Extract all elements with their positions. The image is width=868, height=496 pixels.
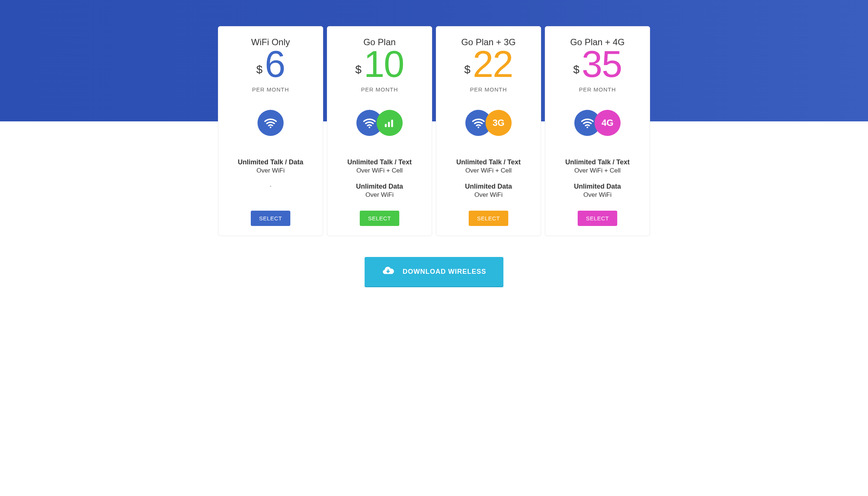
svg-point-1 <box>369 127 370 128</box>
plan-features: Unlimited Talk / Text Over WiFi + Cell U… <box>456 158 521 203</box>
feature-1-title: Unlimited Talk / Text <box>565 158 630 166</box>
plan-card-go-4g: Go Plan + 4G $ 35 PER MONTH 4G Unlimited… <box>545 26 650 236</box>
price-amount: 35 <box>582 45 622 83</box>
pricing-cards-row: WiFi Only $ 6 PER MONTH Unlimited Talk /… <box>0 0 868 236</box>
plan-card-go-3g: Go Plan + 3G $ 22 PER MONTH 3G Unlimited… <box>436 26 541 236</box>
svg-point-6 <box>587 127 588 128</box>
currency-sign: $ <box>256 64 263 75</box>
feature-1-sub: Over WiFi + Cell <box>347 167 412 174</box>
price-row: $ 22 <box>464 45 513 83</box>
cta-row: DOWNLOAD WIRELESS <box>0 257 868 301</box>
select-button[interactable]: SELECT <box>251 211 290 226</box>
price-period: PER MONTH <box>252 86 289 93</box>
svg-rect-4 <box>391 120 393 127</box>
price-row: $ 6 <box>256 45 285 83</box>
cta-label: DOWNLOAD WIRELESS <box>403 268 486 276</box>
plan-features: Unlimited Talk / Data Over WiFi - <box>238 158 303 203</box>
feature-2-title: Unlimited Data <box>347 183 412 190</box>
plan-icons <box>356 110 403 136</box>
price-period: PER MONTH <box>470 86 507 93</box>
currency-sign: $ <box>355 64 362 75</box>
price-period: PER MONTH <box>579 86 616 93</box>
download-wireless-button[interactable]: DOWNLOAD WIRELESS <box>365 257 503 286</box>
select-button[interactable]: SELECT <box>469 211 508 226</box>
signal-bars-icon <box>377 110 403 136</box>
plan-card-wifi-only: WiFi Only $ 6 PER MONTH Unlimited Talk /… <box>218 26 323 236</box>
svg-point-5 <box>478 127 479 128</box>
plan-features: Unlimited Talk / Text Over WiFi + Cell U… <box>347 158 412 203</box>
feature-2-sub: Over WiFi <box>347 191 412 199</box>
plan-icons <box>257 110 284 136</box>
feature-2-title: Unlimited Data <box>565 183 630 190</box>
feature-1-sub: Over WiFi <box>238 167 303 174</box>
plan-features: Unlimited Talk / Text Over WiFi + Cell U… <box>565 158 630 203</box>
price-amount: 10 <box>364 45 404 83</box>
svg-rect-3 <box>388 122 390 127</box>
feature-1-sub: Over WiFi + Cell <box>456 167 521 174</box>
feature-1-title: Unlimited Talk / Text <box>347 158 412 166</box>
feature-1-title: Unlimited Talk / Data <box>238 158 303 166</box>
feature-2-title: Unlimited Data <box>456 183 521 190</box>
4g-badge-icon: 4G <box>594 110 621 136</box>
feature-2-sub: Over WiFi <box>456 191 521 199</box>
price-row: $ 35 <box>573 45 622 83</box>
price-row: $ 10 <box>355 45 404 83</box>
plan-icons: 4G <box>574 110 621 136</box>
cloud-download-icon <box>382 264 394 279</box>
price-period: PER MONTH <box>361 86 398 93</box>
currency-sign: $ <box>464 64 471 75</box>
plan-icons: 3G <box>465 110 512 136</box>
3g-badge-icon: 3G <box>485 110 512 136</box>
feature-1-sub: Over WiFi + Cell <box>565 167 630 174</box>
wifi-icon <box>257 110 284 136</box>
select-button[interactable]: SELECT <box>578 211 617 226</box>
select-button[interactable]: SELECT <box>360 211 399 226</box>
feature-1-title: Unlimited Talk / Text <box>456 158 521 166</box>
price-amount: 6 <box>265 45 285 83</box>
feature-2-sub: Over WiFi <box>565 191 630 199</box>
svg-point-0 <box>270 127 271 128</box>
currency-sign: $ <box>573 64 580 75</box>
feature-2-sub: - <box>238 183 303 189</box>
svg-rect-2 <box>385 124 387 127</box>
price-amount: 22 <box>473 45 513 83</box>
plan-card-go: Go Plan $ 10 PER MONTH <box>327 26 432 236</box>
